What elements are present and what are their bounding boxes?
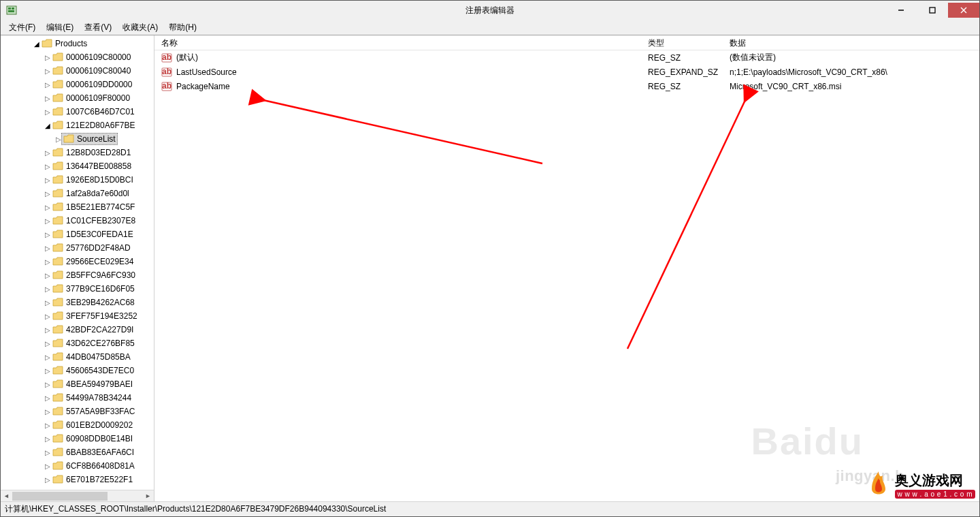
column-type[interactable]: 类型: [641, 35, 723, 50]
chevron-right-icon[interactable]: ▷: [43, 67, 52, 75]
tree-item[interactable]: ▷6CF8B66408D81A: [1, 459, 154, 473]
chevron-right-icon[interactable]: ▷: [43, 245, 52, 252]
maximize-button[interactable]: [917, 3, 948, 18]
tree-item[interactable]: ▷00006109C80000: [1, 50, 154, 64]
chevron-right-icon[interactable]: ▷: [43, 435, 52, 443]
status-path: 计算机\HKEY_CLASSES_ROOT\Installer\Products…: [5, 503, 386, 515]
folder-icon: [52, 107, 63, 116]
tree-item[interactable]: ▷25776DD2F48AD: [1, 241, 154, 255]
minimize-button[interactable]: [885, 3, 917, 18]
tree-item[interactable]: ▷2B5FFC9A6FC930: [1, 268, 154, 282]
tree-item[interactable]: ▷29566ECE029E34: [1, 255, 154, 268]
chevron-right-icon[interactable]: ▷: [43, 408, 52, 416]
menu-help[interactable]: 帮助(H): [165, 20, 201, 35]
value-data-cell: Microsoft_VC90_CRT_x86.msi: [723, 82, 979, 91]
tree-item-label: 29566ECE029E34: [66, 257, 133, 266]
tree-item[interactable]: ▷60908DDB0E14BI: [1, 432, 154, 445]
menu-file[interactable]: 文件(F): [5, 20, 39, 35]
tree-item[interactable]: ▷45606543DE7EC0: [1, 364, 154, 377]
chevron-right-icon[interactable]: ▷: [43, 81, 52, 89]
tree-item[interactable]: ▷377B9CE16D6F05: [1, 282, 154, 296]
tree-item[interactable]: ▷4BEA594979BAEI: [1, 377, 154, 391]
tree-item[interactable]: ▷6BAB83E6AFA6CI: [1, 445, 154, 459]
chevron-right-icon[interactable]: ▷: [43, 394, 52, 402]
tree-item[interactable]: ▷1D5E3C0FEDA1E: [1, 228, 154, 241]
chevron-right-icon[interactable]: ▷: [43, 258, 52, 266]
tree-scroll[interactable]: ◢Products▷00006109C80000▷00006109C80040▷…: [1, 35, 154, 490]
chevron-right-icon[interactable]: ▷: [43, 313, 52, 320]
tree-item[interactable]: ▷1af2a8da7e60d0l: [1, 187, 154, 200]
chevron-right-icon[interactable]: ▷: [43, 449, 52, 456]
scroll-thumb[interactable]: [12, 492, 108, 501]
tree-item[interactable]: ▷54499A78B34244: [1, 391, 154, 405]
scroll-right-button[interactable]: ►: [142, 490, 154, 502]
chevron-right-icon[interactable]: ▷: [43, 54, 52, 61]
tree-item[interactable]: ▷136447BE008858: [1, 159, 154, 173]
tree-item-label: 601EB2D0009202: [66, 420, 133, 430]
tree-item[interactable]: ◢121E2D80A6F7BE: [1, 119, 154, 132]
chevron-right-icon[interactable]: ▷: [43, 204, 52, 211]
tree-item-label: 121E2D80A6F7BE: [66, 121, 135, 130]
tree-horizontal-scrollbar[interactable]: ◄ ►: [1, 490, 154, 501]
scroll-left-button[interactable]: ◄: [1, 490, 12, 502]
tree-item[interactable]: ▷1B5E21EB774C5F: [1, 200, 154, 214]
tree-item[interactable]: ▷12B8D03ED28D1: [1, 146, 154, 159]
chevron-right-icon[interactable]: ▷: [43, 149, 52, 157]
tree-item[interactable]: ▷3EB29B4262AC68: [1, 296, 154, 309]
tree-item[interactable]: ▷42BDF2CA227D9I: [1, 323, 154, 336]
chevron-down-icon[interactable]: ◢: [43, 122, 52, 129]
tree-item[interactable]: ▷1C01CFEB2307E8: [1, 214, 154, 228]
tree-item[interactable]: ▷3FEF75F194E3252: [1, 309, 154, 323]
tree-item-label: 44DB0475D85BA: [66, 352, 131, 362]
list-row[interactable]: ab(默认)REG_SZ(数值未设置): [154, 50, 979, 65]
chevron-right-icon[interactable]: ▷: [43, 95, 52, 102]
folder-icon: [52, 121, 63, 130]
svg-rect-5: [930, 7, 935, 13]
chevron-right-icon[interactable]: ▷: [43, 463, 52, 470]
folder-icon: [52, 475, 63, 484]
column-data[interactable]: 数据: [723, 35, 979, 50]
tree-item[interactable]: ▷1007C6B46D7C01: [1, 105, 154, 119]
chevron-right-icon[interactable]: ▷: [43, 326, 52, 334]
tree-item[interactable]: ▷6E701B72E522F1: [1, 473, 154, 486]
chevron-right-icon[interactable]: ▷: [43, 422, 52, 429]
tree-item[interactable]: ▷601EB2D0009202: [1, 418, 154, 432]
menu-edit[interactable]: 编辑(E): [42, 20, 78, 35]
menu-favorites[interactable]: 收藏夹(A): [118, 20, 162, 35]
list-row[interactable]: abLastUsedSourceREG_EXPAND_SZn;1;E:\payl…: [154, 65, 979, 79]
menu-view[interactable]: 查看(V): [80, 20, 116, 35]
scroll-track[interactable]: [12, 490, 142, 502]
chevron-down-icon[interactable]: ◢: [32, 40, 42, 48]
column-name[interactable]: 名称: [154, 35, 641, 50]
tree-item[interactable]: ▷557A5A9BF33FAC: [1, 405, 154, 418]
chevron-right-icon[interactable]: ▷: [43, 381, 52, 388]
tree-item[interactable]: ▷44DB0475D85BA: [1, 350, 154, 364]
chevron-right-icon[interactable]: ▷: [43, 354, 52, 361]
tree-item[interactable]: ▷00006109F80000: [1, 91, 154, 105]
tree-item-label: 6BAB83E6AFA6CI: [66, 448, 134, 457]
chevron-right-icon[interactable]: ▷: [43, 163, 52, 170]
folder-icon: [52, 216, 63, 225]
tree-item[interactable]: ◢Products: [1, 37, 154, 50]
tree-item[interactable]: ▷00006109C80040: [1, 64, 154, 78]
tree-item-label: 557A5A9BF33FAC: [66, 407, 135, 416]
tree-item-selected[interactable]: ▷SourceList: [1, 132, 154, 146]
chevron-right-icon[interactable]: ▷: [43, 340, 52, 347]
close-button[interactable]: [948, 3, 979, 18]
chevron-right-icon[interactable]: ▷: [43, 231, 52, 238]
tree-item[interactable]: ▷00006109DD0000: [1, 78, 154, 91]
folder-icon: [52, 366, 63, 375]
chevron-right-icon[interactable]: ▷: [43, 299, 52, 307]
list-row[interactable]: abPackageNameREG_SZMicrosoft_VC90_CRT_x8…: [154, 79, 979, 93]
chevron-right-icon[interactable]: ▷: [43, 367, 52, 375]
chevron-right-icon[interactable]: ▷: [43, 285, 52, 293]
chevron-right-icon[interactable]: ▷: [43, 190, 52, 198]
title-bar[interactable]: 注册表编辑器: [1, 1, 979, 20]
chevron-right-icon[interactable]: ▷: [43, 272, 52, 279]
chevron-right-icon[interactable]: ▷: [43, 176, 52, 184]
chevron-right-icon[interactable]: ▷: [43, 108, 52, 116]
chevron-right-icon[interactable]: ▷: [43, 476, 52, 484]
chevron-right-icon[interactable]: ▷: [43, 217, 52, 225]
tree-item[interactable]: ▷1926E8D15D0BCI: [1, 173, 154, 187]
tree-item[interactable]: ▷43D62CE276BF85: [1, 336, 154, 350]
